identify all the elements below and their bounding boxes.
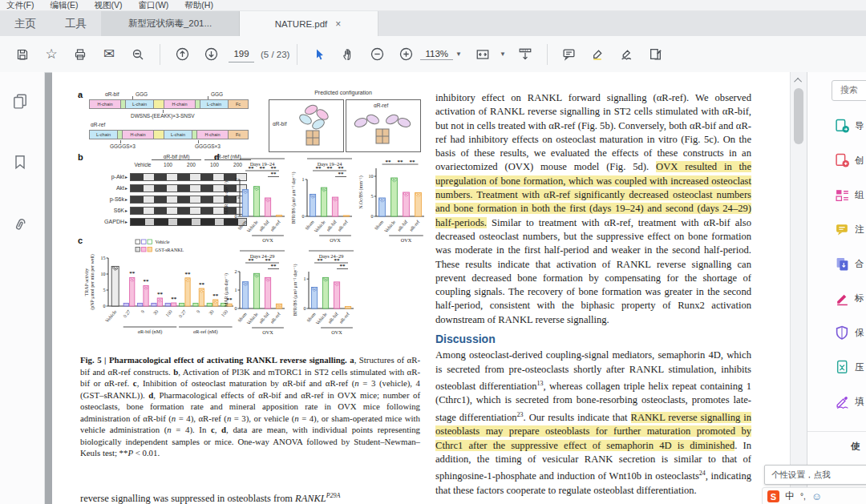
quick-search-button[interactable] xyxy=(123,41,152,68)
svg-text:OVX: OVX xyxy=(262,329,273,335)
vertical-scrollbar[interactable] xyxy=(790,72,807,504)
tool-item-label: 标 xyxy=(855,292,864,304)
search-input[interactable] xyxy=(839,84,866,95)
pages-panel-button[interactable] xyxy=(12,93,28,112)
save-button[interactable] xyxy=(8,41,37,68)
select-tool-button[interactable] xyxy=(305,41,334,68)
scrollbar-thumb[interactable] xyxy=(794,88,803,144)
zoom-level-value[interactable]: 113% xyxy=(420,48,453,60)
page-number-input[interactable] xyxy=(229,46,254,62)
tab-tools[interactable]: 工具 xyxy=(51,11,101,36)
connector-line xyxy=(120,140,121,143)
favorite-button[interactable]: ☆ xyxy=(37,41,66,68)
tool-item-label: 组 xyxy=(855,189,864,201)
edit-pages-icon xyxy=(649,47,662,61)
svg-text:αR-bif: αR-bif xyxy=(258,220,270,232)
scroll-up-button[interactable] xyxy=(793,75,804,85)
text-segment: reverse signalling was suppressed in ost… xyxy=(80,493,295,504)
toolbar: ☆ ✉ (5 / 23) 113% ▼ ▼ xyxy=(0,36,866,73)
text-segment: , Inhibition of osteoclast maturation by… xyxy=(137,378,355,388)
chart-svg-fig5d-mar-1: Days 19–24012MAR (μm day⁻¹)ShamVehicleαR… xyxy=(222,155,288,250)
menu-item[interactable]: 窗口(W) xyxy=(138,0,168,11)
bookmarks-panel-button[interactable] xyxy=(12,154,28,173)
svg-text:10: 10 xyxy=(369,174,374,179)
attachments-panel-button[interactable] xyxy=(12,216,28,236)
tool-item-create-pdf[interactable]: 创 xyxy=(835,151,866,169)
text-segment: RANKL xyxy=(295,493,326,504)
svg-text:OVX: OVX xyxy=(330,237,341,243)
svg-text:100: 100 xyxy=(164,309,172,318)
previous-page-button[interactable] xyxy=(168,41,196,68)
linker-label-dwsns: DWSNS-(EEAKK)×3-SNSV xyxy=(131,113,195,119)
svg-text:1: 1 xyxy=(302,177,305,182)
chart-svg-fig5c: VehicleGST-sRANKL051015TRAP activity(pNP… xyxy=(84,237,237,343)
ime-punctuation-toggle[interactable]: °, xyxy=(800,492,806,501)
pdf-page[interactable]: a b c d αR-bifGGGGGGH-chainL-chainH-chai… xyxy=(52,72,790,504)
email-button[interactable]: ✉ xyxy=(95,41,123,68)
tool-item-marker-pen[interactable]: 标 xyxy=(835,289,866,307)
predicted-title: Predicted configuration xyxy=(264,90,423,95)
close-icon[interactable]: × xyxy=(334,18,342,30)
tools-search-box[interactable] xyxy=(832,80,866,101)
svg-text:**: ** xyxy=(398,159,404,165)
fit-width-button[interactable] xyxy=(468,41,497,68)
tool-item-label: 压 xyxy=(855,361,864,373)
panel-footer-text: 使 xyxy=(851,441,860,453)
svg-text:αR-ref: αR-ref xyxy=(409,220,421,232)
zoom-in-button[interactable] xyxy=(391,41,420,68)
predicted-bif-label: αR-bif xyxy=(273,121,286,127)
menu-item[interactable]: 视图(V) xyxy=(94,0,122,11)
lane-label: Vehicle xyxy=(129,162,156,167)
tool-item-export-pdf[interactable]: 导 xyxy=(835,117,866,135)
tool-item-label: 导 xyxy=(855,120,864,132)
tool-item-comment[interactable]: 注 xyxy=(835,220,866,238)
comment-tool-button[interactable] xyxy=(555,41,584,68)
sogou-logo-icon[interactable]: S xyxy=(767,490,779,502)
chart-svg-fig5d-bfr-1: Days 19–2401BFR/BS (μm³ μm⁻² day⁻¹)ShamV… xyxy=(289,155,355,250)
ime-language-toggle[interactable]: 中 xyxy=(785,490,795,503)
tooltip-text: 个性设置，点我 xyxy=(771,470,831,481)
svg-text:0: 0 xyxy=(235,306,237,311)
predicted-ref-label: αR-ref xyxy=(374,103,388,108)
menu-item[interactable]: 帮助(H) xyxy=(184,0,213,11)
svg-text:αR-bif: αR-bif xyxy=(397,220,409,232)
search-icon xyxy=(132,48,144,61)
chevron-down-icon[interactable]: ▼ xyxy=(455,50,462,58)
linker-label-ggg: GGG xyxy=(211,91,223,97)
fit-page-button[interactable] xyxy=(511,41,540,68)
linker-label-ggg: GGG xyxy=(136,91,148,97)
bookmark-icon xyxy=(12,154,28,170)
edit-pages-button[interactable] xyxy=(641,41,670,68)
print-button[interactable] xyxy=(66,41,95,68)
svg-text:**: ** xyxy=(338,171,345,177)
right-tools-panel: 导创组注合标保压填 使 xyxy=(807,72,866,504)
tool-item-combine-files[interactable]: 合 xyxy=(835,255,866,272)
tab-home[interactable]: 主页 xyxy=(0,11,51,36)
signature-tool-button[interactable] xyxy=(613,41,641,68)
tool-item-compress-pdf[interactable]: 压 xyxy=(835,358,866,376)
tool-item-fill-sign[interactable]: 填 xyxy=(835,393,866,410)
ime-status-bar[interactable]: S 中 °, ☺ xyxy=(762,487,866,504)
doc-tab-coronavirus[interactable]: 新型冠状病毒_201... xyxy=(101,11,240,36)
next-page-button[interactable] xyxy=(196,41,225,68)
chevron-down-icon[interactable]: ▼ xyxy=(500,50,506,58)
svg-text:1: 1 xyxy=(235,196,237,200)
tool-item-organize-pages[interactable]: 组 xyxy=(835,186,866,204)
svg-text:BFR/BS (μm³ μm⁻² day⁻¹): BFR/BS (μm³ μm⁻² day⁻¹) xyxy=(291,171,297,224)
zoom-out-button[interactable] xyxy=(362,41,391,68)
menu-item[interactable]: 编辑(E) xyxy=(50,0,78,11)
svg-text:2: 2 xyxy=(235,177,237,182)
svg-text:**: ** xyxy=(249,165,255,171)
svg-text:**: ** xyxy=(318,257,324,264)
hand-tool-button[interactable] xyxy=(334,41,362,68)
text-segment: < 0.01. xyxy=(133,448,160,458)
svg-text:0: 0 xyxy=(304,306,306,311)
ime-emoji-button[interactable]: ☺ xyxy=(811,490,822,502)
comment-icon xyxy=(835,222,850,237)
tool-item-label: 保 xyxy=(855,327,864,339)
doc-tab-nature[interactable]: NATURE.pdf × xyxy=(240,11,378,36)
svg-text:Vehicle: Vehicle xyxy=(246,312,259,326)
menu-item[interactable]: 文件(F) xyxy=(6,0,34,11)
tool-item-protect[interactable]: 保 xyxy=(835,324,866,341)
highlight-tool-button[interactable] xyxy=(584,41,613,68)
